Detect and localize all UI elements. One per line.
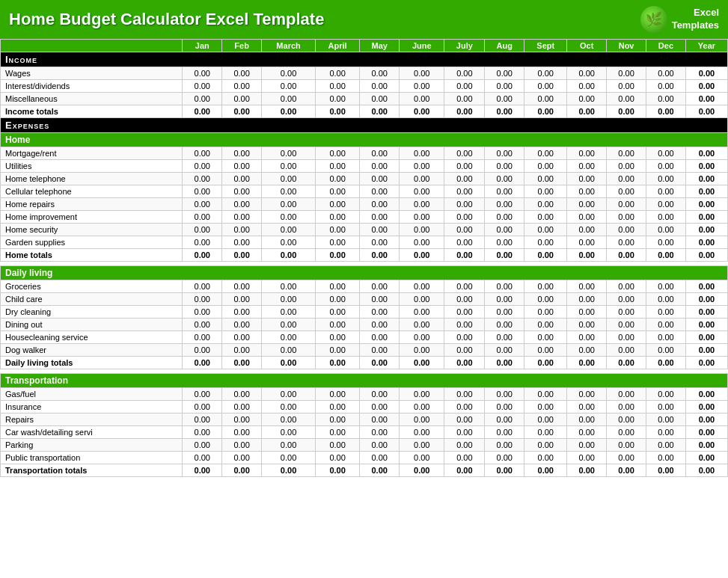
row-label: Dining out bbox=[1, 319, 183, 331]
row-value: 0.00 bbox=[222, 388, 262, 401]
row-value: 0.00 bbox=[567, 224, 607, 236]
row-value: 0.00 bbox=[316, 185, 360, 198]
table-row: Utilities0.000.000.000.000.000.000.000.0… bbox=[1, 160, 728, 173]
row-value: 0.00 bbox=[485, 185, 524, 198]
row-value: 0.00 bbox=[524, 185, 567, 198]
row-value: 0.00 bbox=[444, 452, 485, 464]
row-value: 0.00 bbox=[316, 198, 360, 211]
row-value: 0.00 bbox=[360, 293, 400, 306]
row-value: 0.00 bbox=[485, 319, 524, 331]
row-value: 0.00 bbox=[316, 344, 360, 357]
row-value: 0.00 bbox=[685, 147, 727, 160]
row-value: 0.00 bbox=[316, 67, 360, 80]
row-value: 0.00 bbox=[685, 426, 727, 439]
table-row: Repairs0.000.000.000.000.000.000.000.000… bbox=[1, 413, 728, 426]
table-row: Cellular telephone0.000.000.000.000.000.… bbox=[1, 185, 728, 198]
row-value: 0.00 bbox=[262, 331, 316, 344]
col-dec: Dec bbox=[646, 40, 686, 52]
table-row: Dining out0.000.000.000.000.000.000.000.… bbox=[1, 319, 728, 331]
row-value: 0.00 bbox=[262, 80, 316, 93]
row-value: 0.00 bbox=[262, 344, 316, 357]
row-value: 0.00 bbox=[524, 280, 567, 293]
row-value: 0.00 bbox=[360, 344, 400, 357]
row-value: 0.00 bbox=[222, 185, 262, 198]
row-value: 0.00 bbox=[360, 319, 400, 331]
row-value: 0.00 bbox=[607, 160, 646, 173]
row-value: 0.00 bbox=[262, 319, 316, 331]
subsection-header-row: Daily living bbox=[1, 266, 728, 280]
row-value: 0.00 bbox=[222, 344, 262, 357]
row-value: 0.00 bbox=[567, 211, 607, 224]
row-value: 0.00 bbox=[222, 67, 262, 80]
col-may: May bbox=[360, 40, 400, 52]
row-value: 0.00 bbox=[316, 236, 360, 249]
row-value: 0.00 bbox=[607, 319, 646, 331]
row-value: 0.00 bbox=[183, 173, 222, 185]
row-value: 0.00 bbox=[646, 306, 686, 319]
row-value: 0.00 bbox=[183, 160, 222, 173]
row-value: 0.00 bbox=[524, 439, 567, 452]
totals-value: 0.00 bbox=[444, 105, 485, 118]
row-value: 0.00 bbox=[262, 426, 316, 439]
totals-value: 0.00 bbox=[262, 464, 316, 477]
row-value: 0.00 bbox=[607, 236, 646, 249]
table-row: Home improvement0.000.000.000.000.000.00… bbox=[1, 211, 728, 224]
row-value: 0.00 bbox=[360, 67, 400, 80]
row-value: 0.00 bbox=[360, 439, 400, 452]
row-value: 0.00 bbox=[444, 198, 485, 211]
totals-value: 0.00 bbox=[183, 357, 222, 369]
row-value: 0.00 bbox=[400, 413, 444, 426]
row-value: 0.00 bbox=[183, 293, 222, 306]
row-value: 0.00 bbox=[567, 388, 607, 401]
section-header-label: Expenses bbox=[1, 118, 728, 133]
row-value: 0.00 bbox=[607, 331, 646, 344]
row-value: 0.00 bbox=[485, 80, 524, 93]
row-label: Home security bbox=[1, 224, 183, 236]
row-label: Groceries bbox=[1, 280, 183, 293]
row-value: 0.00 bbox=[524, 331, 567, 344]
row-value: 0.00 bbox=[685, 413, 727, 426]
row-value: 0.00 bbox=[607, 93, 646, 105]
totals-value: 0.00 bbox=[262, 105, 316, 118]
row-value: 0.00 bbox=[607, 224, 646, 236]
row-value: 0.00 bbox=[485, 147, 524, 160]
table-row: Garden supplies0.000.000.000.000.000.000… bbox=[1, 236, 728, 249]
row-value: 0.00 bbox=[685, 80, 727, 93]
subsection-header-label: Daily living bbox=[1, 266, 728, 280]
row-value: 0.00 bbox=[222, 401, 262, 413]
row-value: 0.00 bbox=[360, 426, 400, 439]
row-value: 0.00 bbox=[183, 319, 222, 331]
row-value: 0.00 bbox=[262, 93, 316, 105]
table-row: Public transportation0.000.000.000.000.0… bbox=[1, 452, 728, 464]
row-value: 0.00 bbox=[222, 426, 262, 439]
row-value: 0.00 bbox=[567, 452, 607, 464]
row-value: 0.00 bbox=[360, 413, 400, 426]
table-row: Car wash/detailing servi0.000.000.000.00… bbox=[1, 426, 728, 439]
row-value: 0.00 bbox=[485, 413, 524, 426]
row-value: 0.00 bbox=[183, 331, 222, 344]
totals-value: 0.00 bbox=[262, 249, 316, 262]
row-value: 0.00 bbox=[444, 93, 485, 105]
table-row: Wages0.000.000.000.000.000.000.000.000.0… bbox=[1, 67, 728, 80]
totals-value: 0.00 bbox=[567, 249, 607, 262]
row-value: 0.00 bbox=[316, 147, 360, 160]
row-value: 0.00 bbox=[485, 224, 524, 236]
totals-value: 0.00 bbox=[524, 357, 567, 369]
row-value: 0.00 bbox=[685, 331, 727, 344]
col-june: June bbox=[400, 40, 444, 52]
row-value: 0.00 bbox=[183, 388, 222, 401]
row-value: 0.00 bbox=[444, 224, 485, 236]
row-value: 0.00 bbox=[316, 224, 360, 236]
row-value: 0.00 bbox=[524, 67, 567, 80]
row-value: 0.00 bbox=[485, 236, 524, 249]
row-value: 0.00 bbox=[646, 280, 686, 293]
section-header-row: Expenses bbox=[1, 118, 728, 133]
row-value: 0.00 bbox=[360, 198, 400, 211]
row-value: 0.00 bbox=[400, 224, 444, 236]
totals-value: 0.00 bbox=[646, 464, 686, 477]
row-value: 0.00 bbox=[524, 306, 567, 319]
row-value: 0.00 bbox=[444, 293, 485, 306]
row-value: 0.00 bbox=[646, 344, 686, 357]
row-value: 0.00 bbox=[524, 452, 567, 464]
totals-row: Income totals0.000.000.000.000.000.000.0… bbox=[1, 105, 728, 118]
